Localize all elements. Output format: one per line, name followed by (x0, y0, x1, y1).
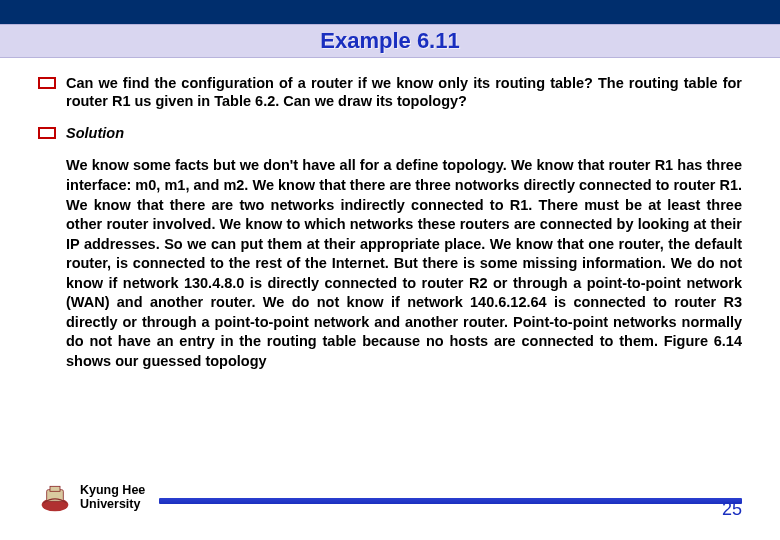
question-text: Can we find the configuration of a route… (66, 74, 742, 110)
footer-rule (159, 498, 742, 504)
square-bullet-icon (38, 127, 56, 139)
university-name: Kyung Hee University (80, 484, 145, 512)
slide-title: Example 6.11 (320, 28, 459, 54)
top-dark-band (0, 0, 780, 24)
title-band: Example 6.11 (0, 24, 780, 58)
bullet-question: Can we find the configuration of a route… (38, 74, 742, 110)
svg-rect-2 (50, 486, 60, 491)
page-number: 25 (722, 499, 742, 520)
slide-content: Can we find the configuration of a route… (0, 58, 780, 372)
solution-body: We know some facts but we don't have all… (66, 156, 742, 371)
university-line2: University (80, 498, 145, 512)
university-line1: Kyung Hee (80, 484, 145, 498)
footer: Kyung Hee University 25 (0, 474, 780, 522)
square-bullet-icon (38, 77, 56, 89)
bullet-solution: Solution (38, 124, 742, 142)
university-crest-icon (38, 483, 72, 513)
solution-label: Solution (66, 124, 742, 142)
